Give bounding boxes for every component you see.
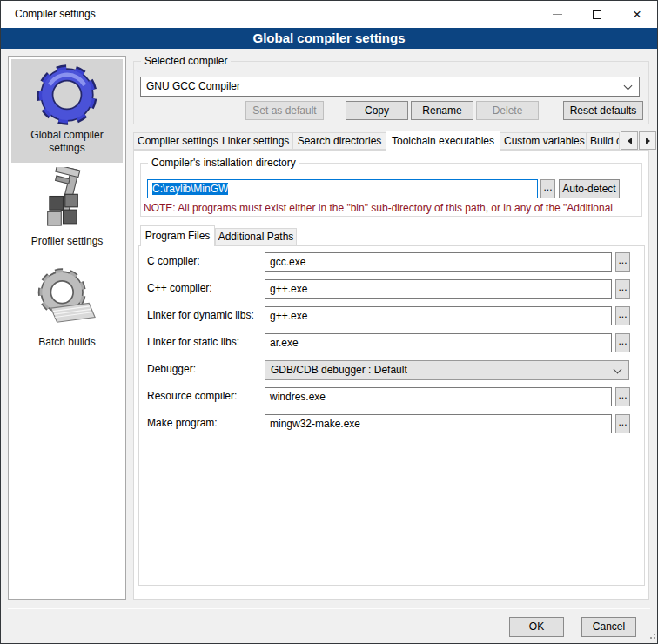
compiler-select[interactable]: GNU GCC Compiler bbox=[140, 77, 640, 97]
window-title: Compiler settings bbox=[15, 1, 96, 28]
close-button[interactable]: × bbox=[617, 1, 657, 28]
page-title: Global compiler settings bbox=[1, 28, 657, 49]
installation-directory-input[interactable]: C:\raylib\MinGW bbox=[147, 179, 538, 198]
rename-button[interactable]: Rename bbox=[411, 101, 473, 120]
gear-stack-icon bbox=[35, 266, 99, 334]
installation-directory-group-label: Compiler's installation directory bbox=[148, 157, 299, 170]
tab-scroll-left-button[interactable] bbox=[621, 131, 638, 150]
reset-defaults-button[interactable]: Reset defaults bbox=[563, 101, 643, 120]
installation-note: NOTE: All programs must exist either in … bbox=[144, 202, 624, 214]
tab-scroll-left-icon bbox=[628, 138, 632, 144]
tab-custom-variables[interactable]: Custom variables bbox=[500, 132, 587, 150]
maximize-icon bbox=[593, 10, 601, 19]
auto-detect-button[interactable]: Auto-detect bbox=[559, 179, 620, 198]
delete-button: Delete bbox=[476, 101, 539, 120]
c-compiler-label: C compiler: bbox=[147, 255, 262, 268]
linker-for-dynamic-libs-label: Linker for dynamic libs: bbox=[147, 309, 262, 322]
sidebar-item-batch-builds[interactable]: Batch builds bbox=[11, 263, 123, 364]
debugger-label: Debugger: bbox=[147, 363, 262, 376]
tab-toolchain-executables[interactable]: Toolchain executables bbox=[386, 131, 500, 151]
selected-compiler-group-label: Selected compiler bbox=[141, 55, 231, 68]
linker-for-static-libs-browse-button[interactable]: ... bbox=[615, 333, 630, 352]
c-compiler-label: C++ compiler: bbox=[147, 282, 262, 295]
tab-search-directories[interactable]: Search directories bbox=[292, 132, 386, 150]
set-as-default-button: Set as default bbox=[245, 101, 324, 120]
compiler-select-value: GNU GCC Compiler bbox=[146, 80, 240, 92]
copy-button[interactable]: Copy bbox=[346, 101, 408, 120]
c-compiler-browse-button[interactable]: ... bbox=[615, 252, 630, 272]
minimize-icon bbox=[553, 14, 562, 15]
sidebar-item-label: Batch builds bbox=[11, 336, 123, 354]
subtab-program-files[interactable]: Program Files bbox=[140, 225, 215, 246]
linker-for-static-libs-label: Linker for static libs: bbox=[147, 336, 262, 349]
maximize-button[interactable] bbox=[577, 1, 617, 28]
chevron-down-icon bbox=[614, 366, 622, 374]
linker-for-static-libs-input[interactable]: ar.exe bbox=[265, 333, 612, 352]
chevron-down-icon bbox=[624, 82, 633, 91]
sidebar-item-profiler-settings[interactable]: Profiler settings bbox=[11, 164, 123, 263]
tab-build-options[interactable]: Build options bbox=[586, 132, 620, 150]
close-icon: × bbox=[633, 7, 641, 22]
tab-scroll-right-icon bbox=[646, 138, 650, 144]
subtab-additional-paths[interactable]: Additional Paths bbox=[215, 228, 297, 245]
resource-compiler-browse-button[interactable]: ... bbox=[615, 387, 630, 406]
c-compiler-input[interactable]: g++.exe bbox=[265, 279, 612, 299]
c-compiler-input[interactable]: gcc.exe bbox=[265, 252, 612, 272]
sidebar-item-label: Global compiler settings bbox=[11, 129, 123, 160]
minimize-button[interactable] bbox=[537, 1, 577, 28]
tab-linker-settings[interactable]: Linker settings bbox=[218, 132, 293, 150]
compiler-settings-window: Compiler settings × Global compiler sett… bbox=[0, 0, 658, 644]
sidebar-item-label: Profiler settings bbox=[11, 235, 123, 253]
resource-compiler-input[interactable]: windres.exe bbox=[265, 387, 612, 406]
settings-category-list: Global compiler settings Profiler settin… bbox=[8, 56, 126, 600]
make-program-browse-button[interactable]: ... bbox=[615, 414, 630, 433]
footer-divider bbox=[8, 608, 650, 609]
c-compiler-browse-button[interactable]: ... bbox=[615, 279, 630, 299]
make-program-input[interactable]: mingw32-make.exe bbox=[265, 414, 612, 433]
gear-blue-icon bbox=[35, 63, 99, 127]
tab-scroll-right-button[interactable] bbox=[639, 131, 656, 150]
resource-compiler-label: Resource compiler: bbox=[147, 390, 262, 403]
cancel-button[interactable]: Cancel bbox=[581, 617, 636, 637]
sidebar-item-global-compiler-settings[interactable]: Global compiler settings bbox=[11, 59, 123, 163]
caliper-icon bbox=[36, 167, 98, 233]
installation-directory-value: C:\raylib\MinGW bbox=[152, 183, 228, 195]
debugger-select[interactable]: GDB/CDB debugger : Default bbox=[265, 360, 629, 380]
ok-button[interactable]: OK bbox=[509, 617, 564, 637]
select-value: GDB/CDB debugger : Default bbox=[271, 364, 407, 376]
make-program-label: Make program: bbox=[147, 417, 262, 430]
tab-compiler-settings[interactable]: Compiler settings bbox=[133, 132, 218, 150]
titlebar[interactable]: Compiler settings × bbox=[1, 1, 657, 28]
linker-for-dynamic-libs-browse-button[interactable]: ... bbox=[615, 306, 630, 325]
installation-directory-browse-button[interactable]: ... bbox=[540, 179, 555, 198]
linker-for-dynamic-libs-input[interactable]: g++.exe bbox=[265, 306, 612, 325]
